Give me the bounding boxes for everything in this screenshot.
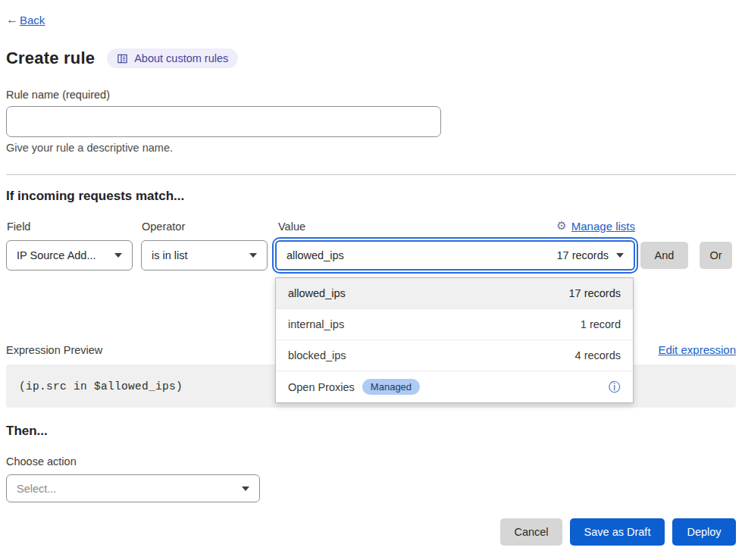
list-item-name: blocked_ips [288,349,346,361]
field-select-value: IP Source Add... [17,249,96,261]
value-label: Value [278,221,305,233]
info-icon[interactable]: ⓘ [609,381,621,393]
about-custom-rules-link[interactable]: About custom rules [107,48,238,68]
page-title: Create rule [6,48,95,68]
cancel-button[interactable]: Cancel [500,518,562,546]
value-select[interactable]: allowed_ips 17 records [275,240,635,271]
field-select[interactable]: IP Source Add... [6,240,133,271]
list-item-name: Open Proxies [288,381,355,393]
list-item-allowed-ips[interactable]: allowed_ips 17 records [276,278,633,309]
section-divider [6,174,736,175]
back-link-label[interactable]: Back [20,14,45,27]
list-item-internal-ips[interactable]: internal_ips 1 record [276,309,633,340]
edit-expression-link[interactable]: Edit expression [658,343,736,356]
gear-icon: ⚙ [556,219,566,233]
chevron-down-icon [242,486,249,491]
create-rule-page: ← Back Create rule About custom rules Ru… [0,0,742,560]
title-row: Create rule About custom rules [6,48,238,68]
manage-lists-label[interactable]: Manage lists [571,220,635,233]
operator-select[interactable]: is in list [141,240,268,271]
operator-select-value: is in list [152,249,188,261]
value-select-value: allowed_ips [286,249,344,261]
list-item-count: 1 record [581,318,621,330]
expression-preview-label: Expression Preview [6,344,102,356]
value-dropdown-menu: allowed_ips 17 records internal_ips 1 re… [275,277,634,403]
list-item-name: allowed_ips [288,287,346,299]
choose-action-select[interactable]: Select... [6,474,260,502]
chevron-down-icon [616,253,624,258]
choose-action-placeholder: Select... [17,483,56,495]
expression-code: (ip.src in $allowed_ips) [19,380,183,393]
value-select-record-count: 17 records [556,249,609,261]
list-item-count: 4 records [575,349,621,361]
field-label: Field [7,221,30,233]
managed-badge: Managed [362,379,420,395]
chevron-down-icon [249,253,257,258]
rule-name-helper-text: Give your rule a descriptive name. [6,142,173,154]
chevron-down-icon [114,253,122,258]
about-custom-rules-label: About custom rules [134,52,228,64]
list-item-open-proxies[interactable]: Open Proxies Managed ⓘ [276,371,633,402]
choose-action-label: Choose action [6,455,77,468]
and-button[interactable]: And [640,242,688,269]
deploy-button[interactable]: Deploy [672,518,736,546]
operator-label: Operator [142,221,185,233]
back-link[interactable]: ← Back [6,13,45,27]
manage-lists-link[interactable]: ⚙ Manage lists [556,219,635,233]
then-section-heading: Then... [6,424,48,439]
match-section-heading: If incoming requests match... [6,189,184,204]
book-icon [117,53,128,64]
save-as-draft-button[interactable]: Save as Draft [570,518,665,546]
list-item-count: 17 records [568,287,621,299]
list-item-name: internal_ips [288,318,344,330]
rule-name-input[interactable] [6,106,441,137]
back-arrow-icon: ← [6,13,18,27]
list-item-blocked-ips[interactable]: blocked_ips 4 records [276,340,633,371]
rule-name-label: Rule name (required) [6,89,110,101]
or-button[interactable]: Or [700,242,732,269]
